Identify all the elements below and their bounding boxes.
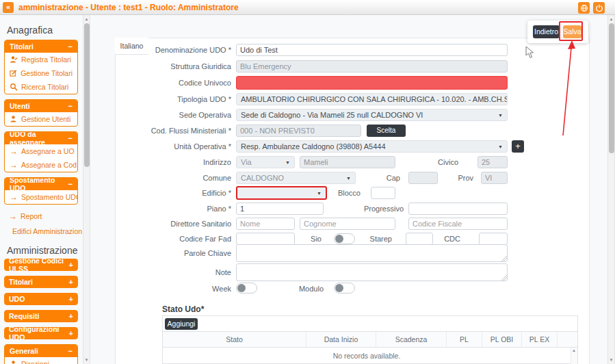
collapse-minus-icon[interactable]: −: [68, 347, 73, 355]
direttore-codice-fiscale-input[interactable]: [408, 218, 508, 230]
section-header-spostamento-udo[interactable]: Spostamento UDO −: [5, 178, 77, 190]
denominazione-udo-input[interactable]: [236, 44, 508, 56]
expand-plus-icon[interactable]: +: [69, 261, 73, 269]
grid-toolbar: Aggiungi: [163, 316, 577, 332]
field-label-struttura: Struttura Giuridica: [123, 60, 231, 73]
section-title: Gestione Codici ULSS: [9, 259, 69, 271]
piano-input[interactable]: [236, 203, 324, 215]
sidebar-item-report[interactable]: → Report: [4, 209, 78, 223]
toggle-knob: [335, 284, 343, 292]
add-unita-operativa-button[interactable]: +: [512, 140, 524, 153]
sidebar-section-spostamento-udo: Spostamento UDO − → Spostamento UDO: [4, 177, 78, 205]
sidebar-section-titolari-admin: Titolari +: [4, 276, 78, 288]
field-label-prov: Prov: [432, 172, 473, 184]
scroll-down-icon[interactable]: ▼: [608, 358, 614, 362]
back-button[interactable]: Indietro: [533, 25, 560, 38]
sidebar-heading-amministrazione: Amministrazione: [4, 239, 82, 259]
expand-plus-icon[interactable]: +: [69, 278, 73, 286]
sidebar-item-assegnare-a-cod-min[interactable]: → Assegnare a Cod. Min.: [5, 158, 77, 172]
sidebar-scrollbar[interactable]: ▲ ▼: [83, 15, 90, 364]
collapse-minus-icon[interactable]: −: [68, 180, 73, 188]
section-header-udo[interactable]: UDO +: [4, 293, 78, 305]
sidebar-item-gestione-utenti[interactable]: Gestione Utenti: [5, 112, 77, 126]
column-header-stato[interactable]: Stato: [163, 332, 306, 347]
sidebar-item-registra-titolari[interactable]: Registra Titolari: [5, 53, 77, 66]
collapse-minus-icon[interactable]: −: [68, 42, 73, 51]
sidebar-item-assegnare-a-uo[interactable]: → Assegnare a UO: [5, 144, 77, 158]
page-scrollbar-thumb[interactable]: [609, 23, 614, 153]
scroll-down-icon[interactable]: ▼: [83, 358, 90, 362]
section-header-configurazioni-udo[interactable]: Configurazioni UDO +: [4, 327, 78, 339]
dropdown-value: Via: [241, 158, 252, 166]
resize-grip-icon[interactable]: [501, 275, 507, 281]
edit-icon: [10, 69, 17, 77]
column-header-pl-ex[interactable]: PL EX: [522, 332, 558, 347]
codice-univoco-input-error[interactable]: [236, 76, 508, 90]
sidebar-section-requisiti: Requisiti +: [4, 310, 78, 322]
scroll-up-icon[interactable]: ▲: [572, 348, 576, 352]
toggle-knob: [237, 284, 246, 292]
sidebar-item-label: Assegnare a UO: [21, 147, 75, 155]
sidebar-scrollbar-thumb[interactable]: [84, 23, 90, 167]
scroll-up-icon[interactable]: ▲: [83, 17, 90, 21]
blocco-input[interactable]: [371, 187, 395, 199]
column-header-scadenza[interactable]: Scadenza: [376, 332, 447, 347]
expand-plus-icon[interactable]: +: [69, 295, 73, 303]
unita-operativa-dropdown[interactable]: Resp. Ambulanze Caldogno (39808) A5444 ▼: [236, 140, 508, 153]
resize-grip-icon[interactable]: [501, 256, 507, 261]
collapse-minus-icon[interactable]: −: [68, 134, 73, 142]
sidebar-item-gestione-titolari[interactable]: Gestione Titolari: [5, 66, 77, 80]
note-textarea[interactable]: [236, 263, 508, 281]
parole-chiave-textarea[interactable]: [236, 244, 508, 262]
field-label-unita-operativa: Unità Operativa *: [123, 140, 231, 153]
sidebar-item-ricerca-titolari[interactable]: Ricerca Titolari: [5, 80, 77, 94]
column-header-pl[interactable]: PL: [447, 332, 482, 347]
page-scrollbar[interactable]: ▲ ▼: [607, 15, 615, 364]
aggiungi-button[interactable]: Aggiungi: [165, 318, 198, 330]
section-header-utenti[interactable]: Utenti −: [5, 100, 77, 112]
collapse-sidebar-button[interactable]: «: [3, 2, 14, 13]
cdc-input[interactable]: [479, 233, 508, 245]
direttore-cognome-input[interactable]: [300, 218, 395, 230]
starep-input[interactable]: [406, 233, 433, 245]
sidebar-item-label: Direzioni: [21, 360, 49, 364]
direttore-nome-input[interactable]: [236, 218, 295, 230]
section-header-generali[interactable]: Generali −: [5, 345, 77, 357]
expand-plus-icon[interactable]: +: [69, 329, 73, 337]
scelta-flusso-button[interactable]: Scelta Flusso: [367, 125, 406, 137]
grid-body: No records available. ▲ ▼: [163, 348, 577, 363]
column-header-data-inizio[interactable]: Data Inizio: [306, 332, 376, 347]
section-header-titolari[interactable]: Titolari −: [5, 40, 77, 53]
sidebar-item-edifici-amministrazione[interactable]: Edifici Amministrazione: [4, 224, 78, 238]
field-label-cdc: CDC: [434, 233, 460, 245]
scroll-up-icon[interactable]: ▲: [608, 17, 614, 21]
toggle-knob: [335, 235, 343, 243]
save-button[interactable]: Salva: [563, 25, 581, 38]
section-header-titolari-admin[interactable]: Titolari +: [4, 276, 78, 288]
section-title: Titolari: [9, 278, 33, 286]
logout-button[interactable]: [593, 2, 605, 14]
collapse-minus-icon[interactable]: −: [68, 102, 73, 110]
sidebar-item-direzioni[interactable]: Direzioni: [5, 357, 77, 364]
week-toggle[interactable]: [236, 283, 257, 294]
modulo-toggle[interactable]: [334, 283, 355, 294]
dropdown-value: CALDOGNO: [241, 174, 284, 182]
edificio-dropdown-error[interactable]: ▼: [236, 186, 327, 200]
sidebar-item-spostamento-udo[interactable]: → Spostamento UDO: [5, 190, 77, 204]
expand-plus-icon[interactable]: +: [69, 312, 73, 320]
struttura-giuridica-input: [236, 60, 508, 73]
sidebar-section-gestione-codici-ulss: Gestione Codici ULSS +: [4, 259, 78, 271]
sede-operativa-dropdown[interactable]: Sede di Caldogno - Via Mameli 25 null CA…: [236, 109, 508, 121]
tipologia-udo-dropdown[interactable]: AMBULATORIO CHIRURGICO CON SALA CHIRURGI…: [236, 93, 508, 105]
codice-far-fad-input[interactable]: [236, 233, 295, 245]
section-header-udo-da-assegnare[interactable]: UDO da assegnare −: [5, 132, 77, 144]
civico-input: [477, 156, 508, 168]
language-button[interactable]: [578, 2, 590, 14]
cod-flussi-ministeriali-input[interactable]: [236, 125, 361, 137]
globe-icon: [580, 4, 588, 12]
section-header-requisiti[interactable]: Requisiti +: [4, 310, 78, 322]
column-header-pl-obi[interactable]: PL OBI: [482, 332, 522, 347]
table-scrollbar[interactable]: ▲ ▼: [571, 348, 577, 364]
progressivo-input[interactable]: [408, 203, 508, 215]
section-header-gestione-codici-ulss[interactable]: Gestione Codici ULSS +: [4, 259, 78, 271]
